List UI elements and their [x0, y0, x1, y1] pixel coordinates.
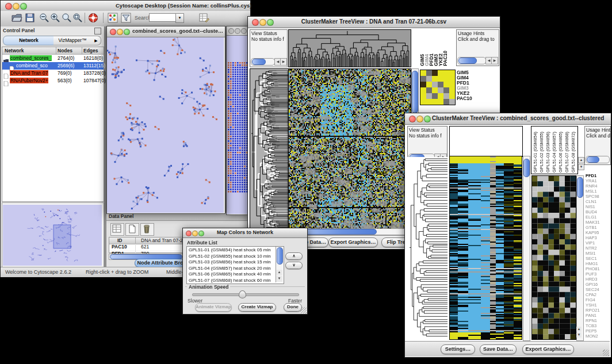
minimize-icon[interactable] — [235, 28, 240, 34]
gene-label[interactable]: MSI1 — [586, 251, 596, 256]
zoom-window-icon[interactable] — [20, 3, 27, 10]
treeview2-titlebar[interactable]: ClusterMaker TreeView : combined_scores_… — [405, 113, 611, 125]
id-column-header[interactable]: ID — [117, 237, 123, 243]
gene-label[interactable]: GTB1 — [586, 225, 597, 230]
move-up-button[interactable]: ∧ — [285, 252, 303, 260]
column-label[interactable]: GPL51-03 (GSM856) — [545, 132, 550, 173]
attribute-list-item[interactable]: GPL51-03 (GSM856) heat shock 15 min — [189, 259, 271, 265]
network-list-row[interactable]: RNAPuberNov2+563(0)107847(0) — [2, 77, 104, 85]
gene-label[interactable]: YSH1 — [586, 302, 597, 308]
attribute-list-item[interactable]: GPL51-07 (GSM868) heat shock 60 min — [189, 278, 271, 283]
gene-label[interactable]: CLN1 — [586, 199, 596, 204]
network1-view-canvas[interactable] — [107, 37, 224, 213]
column-label[interactable]: GPL51-02 (GSM855) — [539, 132, 544, 173]
treeview-button-save-data-[interactable]: Save Data… — [480, 344, 517, 354]
zoom-selected-icon[interactable] — [72, 12, 83, 24]
attribute-list-item[interactable]: GPL51-04 (GSM857) heat shock 20 min — [189, 266, 271, 271]
gene-label[interactable]: MSL1 — [586, 189, 597, 194]
gene-label[interactable]: RPO21 — [586, 308, 600, 313]
scroll-up-icon[interactable]: ▲ — [276, 270, 282, 275]
close-icon[interactable] — [186, 231, 192, 236]
dialog-button-create-vizmap[interactable]: Create Vizmap — [238, 303, 276, 312]
zoom-window-icon[interactable] — [424, 116, 431, 122]
attribute-list-item[interactable]: GPL51-06 (GSM865) heat shock 40 min — [189, 271, 271, 277]
network1-titlebar[interactable]: combined_scores_good.txt--cluste… — [107, 26, 225, 37]
zoom-window-icon[interactable] — [267, 19, 274, 26]
usage-hscrollbar[interactable] — [586, 156, 610, 163]
row-label[interactable]: PAC10 — [457, 95, 472, 101]
help-lifering-icon[interactable] — [87, 12, 99, 24]
gene-label[interactable]: PUF3 — [586, 271, 596, 277]
network2-titlebar[interactable] — [227, 26, 250, 36]
gene-label[interactable]: RPN1 — [586, 318, 597, 323]
gene-label[interactable]: BUD4 — [586, 209, 597, 214]
tab-vizmapper[interactable]: VizMapper™ — [53, 36, 92, 45]
network2-view-canvas[interactable] — [227, 36, 249, 214]
delete-attribute-trash-icon[interactable] — [140, 223, 154, 236]
zoom-in-icon[interactable] — [49, 12, 61, 24]
gene-label[interactable]: MAK31 — [586, 220, 600, 225]
column-label[interactable]: GPL51-07 (GSM868) — [564, 132, 569, 173]
zoom-vscrollbar[interactable]: ▲ ▼ — [576, 175, 584, 341]
scrollbar-thumb[interactable] — [412, 71, 418, 113]
close-icon[interactable] — [409, 116, 416, 122]
scroll-down-icon[interactable]: ▼ — [578, 164, 584, 170]
zoom-heatmap-canvas[interactable] — [531, 175, 576, 340]
save-icon[interactable] — [24, 12, 36, 24]
zoom-fit-icon[interactable] — [61, 12, 72, 24]
submatrix-canvas[interactable] — [420, 70, 456, 105]
dialog-button-done[interactable]: Done — [284, 303, 302, 312]
scroll-down-icon[interactable]: ▼ — [576, 332, 582, 338]
gene-label[interactable]: HAP3 — [586, 235, 597, 240]
scroll-down-icon[interactable]: ▼ — [276, 276, 282, 282]
column-dendrogram-area[interactable] — [449, 126, 523, 157]
column-label[interactable]: GPL51-04 (GSM857) — [552, 132, 557, 173]
treeview-button-export-graphics-[interactable]: Export Graphics… — [328, 237, 378, 247]
close-icon[interactable] — [5, 3, 12, 10]
close-icon[interactable] — [110, 29, 116, 35]
tab-network[interactable]: Network — [3, 36, 55, 45]
treeview-button-export-graphics-[interactable]: Export Graphics… — [522, 344, 574, 354]
close-icon[interactable] — [228, 28, 234, 34]
gene-label[interactable]: PAN1 — [586, 313, 596, 318]
heatmap-canvas[interactable] — [449, 156, 522, 340]
gene-label[interactable]: RNR4 — [586, 183, 597, 189]
scroll-right-icon[interactable]: ▶ — [491, 57, 498, 64]
scrollbar-thumb[interactable] — [277, 247, 283, 265]
scrollbar-thumb[interactable] — [458, 58, 477, 64]
search-dropdown-icon[interactable]: ▼ — [175, 13, 184, 23]
gene-label[interactable]: GPI16 — [586, 282, 598, 287]
scrollbar-thumb[interactable] — [252, 59, 266, 65]
new-attribute-icon[interactable] — [125, 223, 139, 236]
row-dendrogram-canvas[interactable] — [407, 157, 447, 339]
gene-label[interactable]: HMG1 — [586, 261, 598, 266]
float-panel-icon[interactable] — [94, 28, 101, 35]
search-input[interactable] — [149, 13, 178, 22]
gene-label[interactable]: PHO81 — [586, 266, 600, 271]
row-dendrogram-canvas[interactable] — [250, 68, 289, 232]
gene-label[interactable]: SPC98 — [586, 194, 599, 199]
gene-label[interactable]: TCB3 — [586, 323, 596, 328]
gene-label[interactable]: NTR2 — [586, 246, 597, 251]
network-list-row[interactable]: combined_sco2569(6)13112(15) — [2, 62, 104, 70]
scrollbar-thumb[interactable] — [577, 177, 583, 198]
resize-grip[interactable] — [603, 350, 609, 356]
tab-overflow-arrow[interactable]: ▶ — [91, 36, 101, 45]
minimize-icon[interactable] — [13, 3, 20, 10]
column-label[interactable]: PAC10 — [442, 51, 448, 66]
speed-slider-thumb[interactable] — [239, 290, 246, 298]
network-nodes-icon[interactable] — [107, 12, 118, 24]
treeview-button-settings-[interactable]: Settings… — [441, 344, 475, 354]
gene-label[interactable]: SEC24 — [586, 287, 599, 292]
heatmap-vscrollbar[interactable] — [523, 156, 530, 341]
column-label[interactable]: GPL51-01 (GSM854) — [533, 132, 538, 173]
scroll-up-icon[interactable]: ▲ — [576, 327, 582, 332]
minimize-icon[interactable] — [259, 19, 266, 26]
table-edit-icon[interactable] — [198, 12, 210, 24]
heatmap-canvas[interactable] — [288, 68, 411, 232]
gene-label[interactable]: YRA1 — [586, 178, 597, 183]
dialog-button-animate-vizmap[interactable]: Animate Vizmap — [195, 303, 232, 312]
network-list-row[interactable]: DNA and Tran 07769(0)183728(0) — [2, 70, 104, 77]
dialog-titlebar[interactable]: Map Colors to Network — [183, 228, 307, 238]
gene-label[interactable]: SEC1 — [586, 256, 597, 261]
